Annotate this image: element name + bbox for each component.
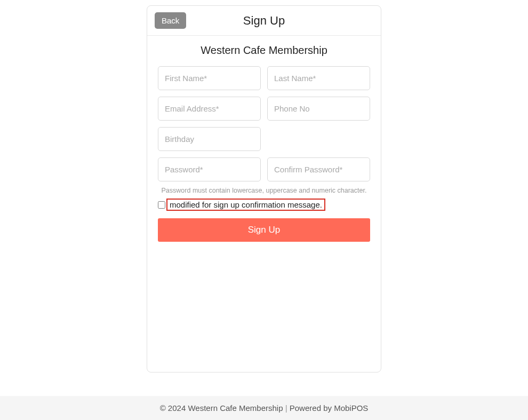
- copyright-prefix: © 2024: [160, 403, 188, 413]
- signup-button[interactable]: Sign Up: [158, 218, 370, 242]
- password-row: [158, 157, 370, 181]
- phone-input[interactable]: [267, 97, 370, 121]
- name-row: [158, 66, 370, 90]
- page-title: Sign Up: [243, 14, 285, 28]
- consent-label: modified for sign up confirmation messag…: [166, 199, 325, 211]
- membership-title: Western Cafe Membership: [158, 44, 370, 57]
- signup-card: Back Sign Up Western Cafe Membership: [147, 5, 381, 373]
- last-name-input[interactable]: [267, 66, 370, 90]
- consent-row: modified for sign up confirmation messag…: [158, 199, 370, 211]
- footer-separator: |: [283, 403, 290, 413]
- birthday-input[interactable]: [158, 127, 261, 151]
- card-body: Western Cafe Membership: [147, 36, 381, 372]
- first-name-input[interactable]: [158, 66, 261, 90]
- card-header: Back Sign Up: [147, 6, 381, 36]
- consent-checkbox[interactable]: [158, 201, 165, 209]
- password-input[interactable]: [158, 157, 261, 181]
- contact-row: [158, 97, 370, 121]
- footer-poweredby-link[interactable]: MobiPOS: [334, 403, 368, 413]
- back-button[interactable]: Back: [155, 12, 186, 29]
- birthday-row: [158, 127, 370, 151]
- powered-by-prefix: Powered by: [290, 403, 334, 413]
- confirm-password-input[interactable]: [267, 157, 370, 181]
- footer-site-link[interactable]: Western Cafe Membership: [188, 403, 283, 413]
- footer: © 2024 Western Cafe Membership | Powered…: [0, 396, 528, 420]
- email-input[interactable]: [158, 97, 261, 121]
- password-hint: Password must contain lowercase, upperca…: [158, 187, 370, 194]
